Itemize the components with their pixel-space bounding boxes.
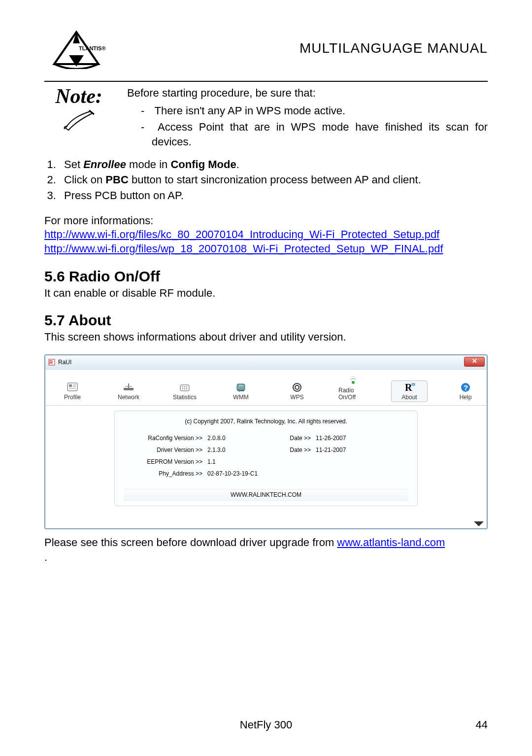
svg-point-23 bbox=[352, 381, 355, 384]
step-3: Press PCB button on AP. bbox=[59, 188, 488, 203]
step-2: Click on PBC button to start sincronizat… bbox=[59, 172, 488, 187]
svg-point-17 bbox=[182, 388, 183, 389]
svg-rect-13 bbox=[180, 385, 189, 391]
svg-text:QoS: QoS bbox=[238, 389, 244, 392]
svg-point-15 bbox=[184, 386, 185, 387]
wps-icon bbox=[291, 382, 303, 393]
about-row-label: Phy_Address >> bbox=[124, 470, 202, 477]
about-row-date: 11-26-2007 bbox=[316, 435, 370, 442]
profile-icon bbox=[66, 382, 79, 393]
svg-rect-10 bbox=[124, 388, 133, 390]
step-1: Set Enrollee mode in Config Mode. bbox=[59, 157, 488, 172]
svg-point-22 bbox=[293, 383, 301, 391]
hand-writing-icon bbox=[62, 108, 96, 131]
network-icon bbox=[122, 382, 135, 393]
vendor-site-link[interactable]: www.atlantis-land.com bbox=[337, 536, 445, 549]
about-row-value: 2.1.3.0 bbox=[207, 447, 262, 453]
note-icon: Note: bbox=[44, 86, 113, 131]
svg-point-14 bbox=[182, 386, 183, 387]
about-row-date bbox=[316, 458, 370, 465]
close-button[interactable]: ✕ bbox=[464, 357, 485, 367]
footer-page-number: 44 bbox=[476, 719, 488, 731]
section-5-6-title: 5.6 Radio On/Off bbox=[44, 268, 488, 285]
header-divider bbox=[44, 81, 488, 82]
about-row-date: 11-21-2007 bbox=[316, 447, 370, 453]
raui-window: R RaUI ✕ Profile Network Statistics QoS … bbox=[44, 354, 488, 529]
window-title: RaUI bbox=[58, 359, 71, 366]
about-row-label: EEPROM Version >> bbox=[124, 458, 202, 465]
svg-text:?: ? bbox=[464, 383, 468, 392]
svg-point-19 bbox=[186, 388, 187, 389]
wmm-icon: QoS bbox=[234, 382, 247, 393]
tab-wps[interactable]: WPS bbox=[279, 380, 315, 402]
about-row-label: Driver Version >> bbox=[124, 447, 202, 453]
svg-point-16 bbox=[186, 386, 187, 387]
radio-icon bbox=[347, 375, 360, 386]
expand-arrow-icon[interactable] bbox=[474, 521, 484, 526]
reference-link-1[interactable]: http://www.wi-fi.org/files/kc_80_2007010… bbox=[44, 228, 439, 241]
about-panel: (c) Copyright 2007, Ralink Technology, I… bbox=[114, 411, 418, 506]
note-bullet: There isn't any AP in WPS mode active. bbox=[152, 103, 488, 118]
links-intro: For more informations: bbox=[44, 214, 488, 228]
about-copyright: (c) Copyright 2007, Ralink Technology, I… bbox=[124, 418, 408, 425]
tab-bar: Profile Network Statistics QoS WMM WPS R… bbox=[45, 370, 487, 406]
app-icon: R bbox=[48, 359, 55, 366]
about-vendor-link[interactable]: WWW.RALINKTECH.COM bbox=[124, 489, 408, 501]
about-row-label: RaConfig Version >> bbox=[124, 435, 202, 442]
footer-product: NetFly 300 bbox=[240, 719, 292, 731]
after-window-text-pre: Please see this screen before download d… bbox=[44, 536, 337, 549]
section-5-7-body: This screen shows informations about dri… bbox=[44, 330, 488, 344]
help-icon: ? bbox=[459, 382, 472, 393]
tab-about[interactable]: R About bbox=[391, 380, 428, 402]
note-label: Note: bbox=[44, 86, 113, 106]
tab-wmm[interactable]: QoS WMM bbox=[223, 380, 259, 402]
tab-profile[interactable]: Profile bbox=[54, 380, 91, 402]
section-5-7-title: 5.7 About bbox=[44, 312, 488, 329]
page-header-title: MULTILANGUAGE MANUAL bbox=[299, 40, 488, 56]
section-5-6-body: It can enable or disable RF module. bbox=[44, 286, 488, 301]
svg-point-18 bbox=[184, 388, 185, 389]
tab-statistics[interactable]: Statistics bbox=[166, 380, 203, 402]
about-icon: R bbox=[403, 382, 416, 393]
svg-rect-25 bbox=[412, 383, 415, 385]
svg-text:R: R bbox=[405, 382, 412, 393]
window-titlebar: R RaUI ✕ bbox=[45, 355, 487, 370]
svg-text:R: R bbox=[49, 360, 53, 365]
logo-brand-text: TLANTIS® bbox=[79, 45, 106, 51]
statistics-icon bbox=[178, 382, 191, 393]
about-row-value: 1.1 bbox=[207, 458, 262, 465]
reference-link-2[interactable]: http://www.wi-fi.org/files/wp_18_2007010… bbox=[44, 242, 443, 255]
tab-network[interactable]: Network bbox=[110, 380, 147, 402]
about-row-value: 02-87-10-23-19-C1 bbox=[207, 470, 370, 477]
svg-rect-6 bbox=[69, 384, 72, 387]
about-row-date-label bbox=[266, 458, 311, 465]
about-row-date-label: Date >> bbox=[266, 447, 311, 453]
brand-logo: TLANTIS® LAND bbox=[44, 30, 108, 69]
about-row-date-label: Date >> bbox=[266, 435, 311, 442]
note-bullet: Access Point that are in WPS mode have f… bbox=[152, 120, 488, 149]
tab-help[interactable]: ? Help bbox=[447, 380, 484, 402]
after-window-text-post: . bbox=[44, 550, 488, 565]
note-intro: Before starting procedure, be sure that: bbox=[127, 86, 488, 101]
about-row-value: 2.0.8.0 bbox=[207, 435, 262, 442]
svg-marker-1 bbox=[73, 32, 80, 43]
tab-radio[interactable]: Radio On/Off bbox=[335, 374, 371, 402]
